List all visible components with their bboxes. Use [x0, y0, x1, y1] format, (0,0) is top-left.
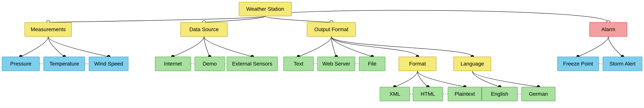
- freeze-point-label: Freeze Point: [563, 61, 593, 67]
- data-source-label: Data Source: [189, 26, 219, 32]
- output-format-label: Output Format: [314, 26, 348, 32]
- wind-speed-node: Wind Speed: [89, 57, 128, 71]
- plaintext-node: Plaintext: [448, 87, 482, 101]
- demo-node: Demo: [194, 57, 225, 71]
- language-label: Language: [460, 61, 484, 67]
- pressure-node: Pressure: [2, 57, 40, 71]
- internet-node: Internet: [155, 57, 191, 71]
- file-node: File: [359, 57, 386, 71]
- alarm-node: Alarm: [590, 22, 627, 37]
- english-node: English: [482, 87, 518, 101]
- xml-node: XML: [380, 87, 410, 101]
- storm-alert-label: Storm Alert: [610, 61, 636, 67]
- alarm-label: Alarm: [601, 26, 615, 32]
- measurements-label: Measurements: [30, 26, 66, 32]
- language-node: Language: [454, 57, 491, 71]
- demo-label: Demo: [203, 61, 217, 67]
- file-label: File: [368, 61, 376, 67]
- german-node: German: [522, 87, 556, 101]
- format-node-label: Format: [409, 61, 426, 67]
- web-server-node: Web Server: [317, 57, 355, 71]
- html-node: HTML: [413, 87, 443, 101]
- internet-label: Internet: [164, 61, 182, 67]
- plaintext-label: Plaintext: [454, 91, 475, 97]
- freeze-point-node: Freeze Point: [557, 57, 599, 71]
- format-node: Format: [398, 57, 436, 71]
- web-server-label: Web Server: [322, 61, 350, 67]
- temperature-label: Temperature: [49, 61, 79, 67]
- data-source-node: Data Source: [180, 22, 228, 37]
- storm-alert-node: Storm Alert: [603, 57, 642, 71]
- pressure-label: Pressure: [10, 61, 31, 67]
- wind-speed-label: Wind Speed: [94, 61, 123, 67]
- xml-label: XML: [389, 91, 400, 97]
- text-label: Text: [294, 61, 303, 67]
- measurements-node: Measurements: [24, 22, 72, 37]
- weather-station-label: Weather Station: [246, 6, 284, 12]
- html-label: HTML: [421, 91, 435, 97]
- text-node: Text: [283, 57, 314, 71]
- temperature-node: Temperature: [44, 57, 85, 71]
- weather-station-node: Weather Station: [239, 2, 292, 16]
- external-sensors-node: External Sensors: [227, 57, 278, 71]
- external-sensors-label: External Sensors: [232, 61, 272, 67]
- english-label: English: [491, 91, 508, 97]
- output-format-node: Output Format: [307, 22, 356, 37]
- german-label: German: [529, 91, 548, 97]
